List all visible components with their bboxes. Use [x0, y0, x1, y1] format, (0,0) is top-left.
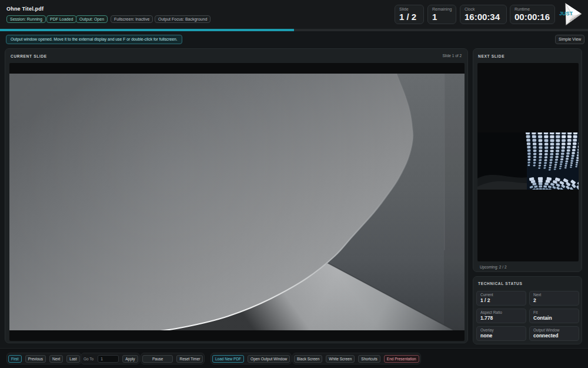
- svg-text:JUST: JUST: [559, 11, 573, 16]
